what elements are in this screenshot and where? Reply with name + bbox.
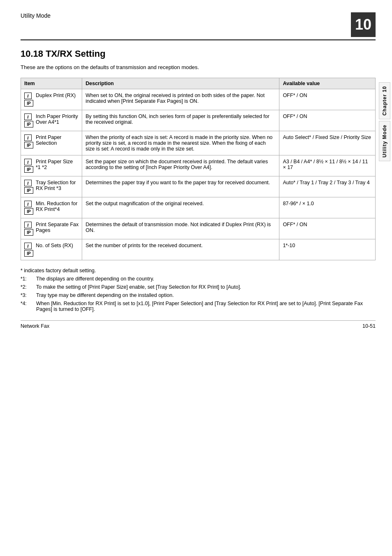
- col-header-item: Item: [21, 78, 82, 89]
- value-cell-1: OFF* / ON: [279, 110, 376, 131]
- badge-i-4: I: [24, 180, 32, 186]
- desc-cell-3: Set the paper size on which the document…: [82, 155, 279, 176]
- item-name-7: No. of Sets (RX): [36, 243, 73, 248]
- badge-ip-7: IP: [24, 250, 33, 257]
- item-name-1: Inch Paper Priority Over A4*1: [36, 114, 78, 125]
- badge-ip-0: IP: [24, 100, 33, 107]
- footnote-text-3: When [Min. Reduction for RX Print] is se…: [36, 301, 376, 312]
- badge-ip-2: IP: [24, 142, 33, 148]
- main-table: Item Description Available value IIPDupl…: [21, 78, 376, 260]
- badge-ip-5: IP: [24, 208, 33, 215]
- table-row: IIPDuplex Print (RX)When set to ON, the …: [21, 89, 376, 110]
- desc-cell-6: Determines the default of transmission m…: [82, 218, 279, 239]
- item-cell-7: IIPNo. of Sets (RX): [21, 239, 82, 260]
- footnote-text-2: Tray type may be different depending on …: [36, 292, 376, 298]
- desc-cell-1: By setting this function ON, inch series…: [82, 110, 279, 131]
- badge-i-7: I: [24, 243, 32, 249]
- icon-group-4: IIP: [24, 180, 33, 194]
- table-row: IIPInch Paper Priority Over A4*1By setti…: [21, 110, 376, 131]
- item-cell-1: IIPInch Paper Priority Over A4*1: [21, 110, 82, 131]
- icon-group-3: IIP: [24, 159, 33, 173]
- icon-group-1: IIP: [24, 114, 33, 127]
- sidebar-chapter-label: Chapter 10: [379, 82, 390, 119]
- value-cell-3: A3 / B4 / A4* / 8½ × 11 / 8½ × 14 / 11 ×…: [279, 155, 376, 176]
- value-cell-6: OFF* / ON: [279, 218, 376, 239]
- footnote-text-1: To make the setting of [Print Paper Size…: [36, 284, 376, 290]
- item-cell-5: IIPMin. Reduction for RX Print*4: [21, 197, 82, 218]
- right-sidebar: Chapter 10 Utility Mode: [377, 82, 392, 161]
- item-cell-0: IIPDuplex Print (RX): [21, 89, 82, 110]
- value-cell-0: OFF* / ON: [279, 89, 376, 110]
- footnote-general: * indicates factory default setting.: [21, 268, 376, 273]
- icon-group-2: IIP: [24, 134, 33, 148]
- icon-group-5: IIP: [24, 201, 33, 215]
- badge-ip-6: IP: [24, 229, 33, 236]
- badge-i-3: I: [24, 159, 32, 165]
- top-header: Utility Mode 10: [21, 12, 376, 40]
- item-cell-3: IIPPrint Paper Size *1 *2: [21, 155, 82, 176]
- value-cell-7: 1*-10: [279, 239, 376, 260]
- footnote-item-2: *3:Tray type may be different depending …: [21, 292, 376, 298]
- item-cell-6: IIPPrint Separate Fax Pages: [21, 218, 82, 239]
- header-utility-mode: Utility Mode: [21, 12, 51, 19]
- badge-ip-4: IP: [24, 187, 33, 194]
- badge-i-5: I: [24, 201, 32, 207]
- table-row: IIPTray Selection for RX Print *3Determi…: [21, 176, 376, 197]
- sidebar-utility-label: Utility Mode: [379, 121, 390, 161]
- section-description: These are the options on the defaults of…: [21, 64, 376, 70]
- badge-ip-1: IP: [24, 121, 33, 127]
- table-row: IIPNo. of Sets (RX)Set the number of pri…: [21, 239, 376, 260]
- item-name-6: Print Separate Fax Pages: [36, 222, 78, 233]
- footnote-item-0: *1:The displays are different depending …: [21, 276, 376, 282]
- badge-ip-3: IP: [24, 166, 33, 173]
- icon-group-0: IIP: [24, 93, 33, 107]
- footnote-text-0: The displays are different depending on …: [36, 276, 376, 282]
- badge-i-6: I: [24, 222, 32, 228]
- item-name-2: Print Paper Selection: [36, 134, 78, 146]
- chapter-number-box: 10: [351, 12, 376, 37]
- item-cell-4: IIPTray Selection for RX Print *3: [21, 176, 82, 197]
- badge-i-2: I: [24, 134, 32, 141]
- item-name-3: Print Paper Size *1 *2: [36, 159, 78, 170]
- badge-i-1: I: [24, 114, 32, 120]
- table-row: IIPMin. Reduction for RX Print*4Set the …: [21, 197, 376, 218]
- value-cell-2: Auto Select* / Fixed Size / Priority Siz…: [279, 131, 376, 155]
- footer-right: 10-51: [362, 323, 376, 329]
- desc-cell-0: When set to ON, the original received is…: [82, 89, 279, 110]
- footnote-marker-0: *1:: [21, 276, 36, 282]
- footnote-marker-1: *2:: [21, 284, 36, 290]
- value-cell-4: Auto* / Tray 1 / Tray 2 / Tray 3 / Tray …: [279, 176, 376, 197]
- footnote-item-1: *2:To make the setting of [Print Paper S…: [21, 284, 376, 290]
- item-name-0: Duplex Print (RX): [36, 93, 76, 98]
- desc-cell-4: Determines the paper tray if you want to…: [82, 176, 279, 197]
- desc-cell-2: When the priority of each size is set: A…: [82, 131, 279, 155]
- icon-group-7: IIP: [24, 243, 33, 257]
- col-header-description: Description: [82, 78, 279, 89]
- desc-cell-5: Set the output magnification of the orig…: [82, 197, 279, 218]
- footnote-item-3: *4:When [Min. Reduction for RX Print] is…: [21, 301, 376, 312]
- section-title: 10.18 TX/RX Setting: [21, 49, 376, 59]
- page-footer: Network Fax 10-51: [21, 320, 376, 329]
- footnote-list: *1:The displays are different depending …: [21, 276, 376, 312]
- footer-left: Network Fax: [21, 323, 49, 329]
- table-row: IIPPrint Paper Size *1 *2Set the paper s…: [21, 155, 376, 176]
- badge-i-0: I: [24, 93, 32, 99]
- table-row: IIPPrint Paper SelectionWhen the priorit…: [21, 131, 376, 155]
- value-cell-5: 87-96* / × 1.0: [279, 197, 376, 218]
- footnote-marker-2: *3:: [21, 292, 36, 298]
- page-wrapper: Utility Mode 10 10.18 TX/RX Setting Thes…: [0, 0, 392, 345]
- icon-group-6: IIP: [24, 222, 33, 236]
- item-cell-2: IIPPrint Paper Selection: [21, 131, 82, 155]
- item-name-5: Min. Reduction for RX Print*4: [36, 201, 78, 212]
- footnote-marker-3: *4:: [21, 301, 36, 312]
- item-name-4: Tray Selection for RX Print *3: [36, 180, 78, 191]
- desc-cell-7: Set the number of prints for the receive…: [82, 239, 279, 260]
- table-row: IIPPrint Separate Fax PagesDetermines th…: [21, 218, 376, 239]
- col-header-value: Available value: [279, 78, 376, 89]
